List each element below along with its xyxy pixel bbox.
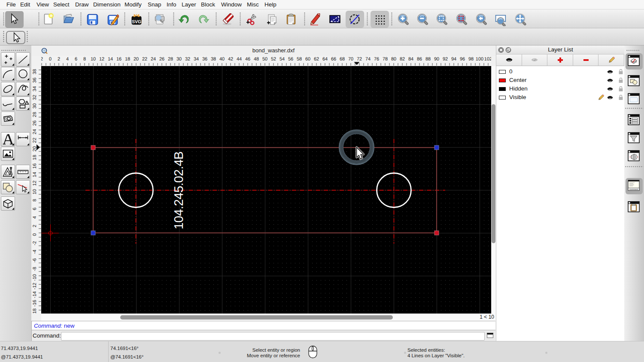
svg-text:6: 6: [75, 57, 77, 62]
svg-text:104.245.02.4B: 104.245.02.4B: [172, 151, 186, 229]
svg-text:22: 22: [32, 138, 37, 143]
svg-text:102: 102: [484, 57, 491, 62]
svg-text:-18: -18: [32, 308, 37, 314]
svg-text:34: 34: [32, 86, 37, 91]
svg-text:84: 84: [408, 57, 413, 62]
svg-text:-8: -8: [32, 267, 37, 271]
svg-text:18: 18: [32, 155, 37, 160]
svg-text:98: 98: [468, 57, 474, 62]
svg-text:86: 86: [417, 57, 422, 62]
svg-text:74: 74: [365, 57, 371, 62]
svg-text:-2: -2: [32, 241, 37, 245]
svg-text:14: 14: [32, 172, 37, 177]
svg-text:2: 2: [41, 57, 43, 62]
svg-text:56: 56: [288, 57, 293, 62]
svg-text:30: 30: [32, 103, 37, 109]
svg-text:22: 22: [142, 57, 147, 62]
svg-text:20: 20: [134, 57, 139, 62]
svg-text:24: 24: [151, 57, 156, 62]
svg-text:40: 40: [219, 57, 225, 62]
svg-text:100: 100: [476, 57, 483, 62]
svg-text:70: 70: [348, 57, 353, 62]
svg-text:50: 50: [262, 57, 267, 62]
svg-text:2: 2: [58, 57, 60, 62]
svg-text:-6: -6: [32, 258, 37, 262]
svg-text:60: 60: [305, 57, 310, 62]
svg-text:8: 8: [32, 199, 37, 202]
svg-text:94: 94: [451, 57, 456, 62]
svg-text:2: 2: [32, 225, 37, 227]
svg-text:0: 0: [49, 57, 52, 62]
svg-text:34: 34: [194, 57, 199, 62]
svg-text:26: 26: [159, 57, 164, 62]
svg-text:0: 0: [32, 233, 37, 236]
svg-text:78: 78: [383, 57, 388, 62]
svg-text:38: 38: [32, 69, 37, 74]
svg-text:26: 26: [32, 121, 37, 126]
svg-text:-16: -16: [32, 300, 37, 307]
svg-text:96: 96: [460, 57, 465, 62]
svg-text:8: 8: [83, 57, 86, 62]
svg-text:command: command: [629, 188, 638, 190]
svg-text:-4: -4: [32, 250, 37, 254]
svg-text:-12: -12: [32, 283, 37, 290]
svg-text:76: 76: [374, 57, 379, 62]
svg-text:68: 68: [340, 57, 345, 62]
svg-text:92: 92: [443, 57, 448, 62]
svg-text:88: 88: [425, 57, 431, 62]
svg-text:58: 58: [297, 57, 302, 62]
svg-text:36: 36: [32, 78, 37, 83]
svg-text:64: 64: [322, 57, 328, 62]
svg-text:24: 24: [32, 129, 37, 134]
svg-text:10: 10: [91, 57, 96, 62]
svg-text:82: 82: [400, 57, 405, 62]
svg-text:-10: -10: [32, 274, 37, 281]
svg-text:12: 12: [99, 57, 104, 62]
svg-text:28: 28: [168, 57, 173, 62]
svg-text:16: 16: [116, 57, 122, 62]
svg-text:72: 72: [357, 57, 362, 62]
svg-text:48: 48: [254, 57, 259, 62]
svg-text:14: 14: [108, 57, 113, 62]
svg-text:90: 90: [434, 57, 439, 62]
svg-text:42: 42: [228, 57, 233, 62]
svg-text:66: 66: [331, 57, 336, 62]
svg-text:38: 38: [211, 57, 216, 62]
svg-text:-14: -14: [32, 291, 37, 298]
svg-text:54: 54: [279, 57, 285, 62]
svg-text:62: 62: [314, 57, 319, 62]
svg-text:52: 52: [271, 57, 276, 62]
svg-text:46: 46: [245, 57, 250, 62]
svg-text:SVG: SVG: [132, 19, 141, 24]
svg-text:4: 4: [32, 216, 37, 219]
svg-text:6: 6: [32, 208, 37, 210]
svg-text:32: 32: [185, 57, 190, 62]
svg-text:30: 30: [176, 57, 182, 62]
svg-text:16: 16: [32, 163, 37, 169]
svg-text:4: 4: [66, 57, 69, 62]
svg-text:12: 12: [32, 181, 37, 186]
svg-text:10: 10: [32, 189, 37, 194]
svg-text:18: 18: [125, 57, 130, 62]
svg-text:80: 80: [391, 57, 396, 62]
svg-text:28: 28: [32, 112, 37, 117]
svg-text:32: 32: [32, 95, 37, 100]
svg-text:36: 36: [202, 57, 207, 62]
svg-text:44: 44: [237, 57, 242, 62]
